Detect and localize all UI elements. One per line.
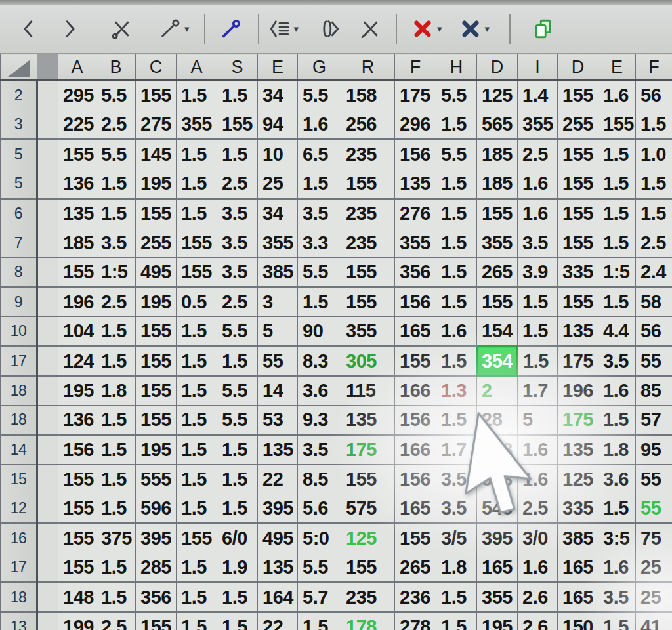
column-header-f-14[interactable]: F <box>636 54 672 81</box>
cell[interactable]: 155 <box>136 317 177 346</box>
cell[interactable]: 155 <box>217 110 258 140</box>
cell[interactable]: 356 <box>395 258 436 287</box>
cell[interactable]: 255 <box>136 228 177 258</box>
cell[interactable]: 2.5 <box>518 494 558 524</box>
cell[interactable]: 1.6 <box>518 435 558 465</box>
cell[interactable]: 1.5 <box>436 612 477 630</box>
cell[interactable]: 22 <box>258 465 298 494</box>
row-header-7-5[interactable]: 7 <box>1 228 37 258</box>
cell[interactable]: 196 <box>58 287 96 317</box>
cell[interactable]: 175 <box>341 435 395 465</box>
cell[interactable]: 1.8 <box>598 435 636 465</box>
cell[interactable]: 5.5 <box>217 406 258 435</box>
cell[interactable]: 1.5 <box>217 140 258 169</box>
cell[interactable]: 1.5 <box>298 612 341 630</box>
gutter-cell[interactable] <box>37 553 58 583</box>
cell[interactable]: 3.5 <box>436 465 477 494</box>
cell[interactable]: 55 <box>258 346 298 376</box>
row-header-9-7[interactable]: 9 <box>1 287 37 317</box>
redo-button[interactable] <box>58 18 80 40</box>
cell[interactable]: 135 <box>258 553 298 583</box>
cell[interactable]: 1.5 <box>217 435 258 465</box>
cell[interactable]: 1.5 <box>177 583 217 612</box>
cell[interactable]: 155 <box>136 346 177 376</box>
cell[interactable]: 3.5 <box>217 199 258 228</box>
cell[interactable]: 395 <box>136 524 177 553</box>
cell[interactable]: 1.6 <box>598 553 636 583</box>
cell[interactable]: 155 <box>58 140 96 169</box>
cell[interactable]: 2.5 <box>217 169 258 199</box>
cell[interactable]: 1.5 <box>436 346 477 376</box>
cell[interactable]: 3.5 <box>598 583 636 612</box>
cell[interactable]: 1.5 <box>636 169 672 199</box>
cell[interactable]: 155 <box>136 81 177 110</box>
cell[interactable]: 1.5 <box>177 612 217 630</box>
cell[interactable]: 199 <box>58 612 96 630</box>
cell[interactable]: 90 <box>298 317 341 346</box>
cell[interactable]: 355 <box>258 228 298 258</box>
cell[interactable]: 1.5 <box>96 494 136 524</box>
cell[interactable]: 1.5 <box>177 199 217 228</box>
gutter-cell[interactable] <box>37 140 58 169</box>
cell[interactable]: 53 <box>258 406 298 435</box>
cell[interactable]: 135 <box>341 406 395 435</box>
cell[interactable]: 225 <box>58 110 96 140</box>
cell[interactable]: 1.5 <box>436 406 477 435</box>
cell[interactable]: 1.5 <box>636 110 672 140</box>
cell[interactable]: 1.5 <box>177 169 217 199</box>
cell[interactable]: 155 <box>58 553 96 583</box>
cell[interactable]: 168 <box>477 435 518 465</box>
cell[interactable]: 1.5 <box>96 435 136 465</box>
cell[interactable]: 155 <box>558 81 598 110</box>
cell[interactable]: 166 <box>395 435 436 465</box>
cell[interactable]: 235 <box>341 140 395 169</box>
cell[interactable]: 85 <box>636 376 672 406</box>
cell[interactable]: 10 <box>258 140 298 169</box>
row-header-8-6[interactable]: 8 <box>1 258 37 287</box>
gutter-cell[interactable] <box>37 346 58 376</box>
cell[interactable]: 75 <box>636 524 672 553</box>
cell[interactable]: 3 <box>258 287 298 317</box>
cell[interactable]: 1.5 <box>598 199 636 228</box>
gutter-cell[interactable] <box>37 317 58 346</box>
cell[interactable]: 1.5 <box>436 228 477 258</box>
cell[interactable]: 195 <box>136 169 177 199</box>
cell[interactable]: 1.6 <box>298 110 341 140</box>
column-header-r-7[interactable]: R <box>341 54 395 81</box>
cell[interactable]: 1.5 <box>518 317 558 346</box>
cell[interactable]: 155 <box>558 199 598 228</box>
cell[interactable]: 155 <box>177 258 217 287</box>
cell[interactable]: 3.5 <box>436 494 477 524</box>
cell[interactable]: 4.4 <box>598 317 636 346</box>
x-navy-button[interactable]: ▾ <box>459 18 490 40</box>
cell[interactable]: 565 <box>477 110 518 140</box>
cell[interactable]: 185 <box>477 169 518 199</box>
cell[interactable]: 1.6 <box>518 465 558 494</box>
cell[interactable]: 166 <box>395 376 436 406</box>
cell[interactable]: 1.5 <box>436 199 477 228</box>
cell[interactable]: 265 <box>395 553 436 583</box>
cell[interactable]: 175 <box>558 346 598 376</box>
cell[interactable]: 41 <box>636 612 672 630</box>
gutter-cell[interactable] <box>37 406 58 435</box>
cell[interactable]: 3.5 <box>298 435 341 465</box>
gutter-cell[interactable] <box>37 169 58 199</box>
column-header-g-6[interactable]: G <box>298 54 341 81</box>
cell[interactable]: 195 <box>136 435 177 465</box>
x-red-button[interactable]: ▾ <box>411 18 442 40</box>
cell[interactable]: 155 <box>558 169 598 199</box>
row-header-12-14[interactable]: 12 <box>1 494 37 524</box>
cell[interactable]: 2.5 <box>96 287 136 317</box>
column-header-f-8[interactable]: F <box>395 54 436 81</box>
cell[interactable]: 1.6 <box>598 376 636 406</box>
cell[interactable]: 155 <box>558 228 598 258</box>
cell[interactable]: 1.5 <box>96 199 136 228</box>
cell[interactable]: 1.5 <box>177 376 217 406</box>
cell[interactable]: 335 <box>558 258 598 287</box>
cell[interactable]: 5 <box>518 406 558 435</box>
cell[interactable]: 55 <box>636 346 672 376</box>
cell[interactable]: 195 <box>136 287 177 317</box>
cell[interactable]: 155 <box>58 494 96 524</box>
row-header-5-2[interactable]: 5 <box>1 140 37 169</box>
cell[interactable]: 1.5 <box>177 317 217 346</box>
